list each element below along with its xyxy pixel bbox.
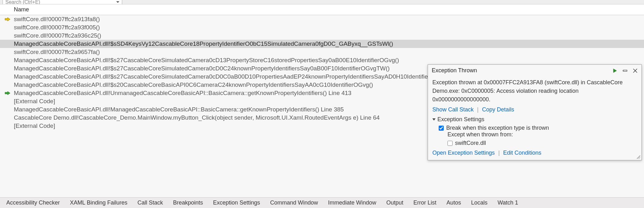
tab-xaml-binding-failures[interactable]: XAML Binding Failures [65, 198, 132, 207]
module-checkbox[interactable] [447, 141, 453, 146]
separator: | [475, 106, 481, 113]
svg-marker-1 [5, 92, 10, 95]
tab-autos[interactable]: Autos [442, 198, 466, 207]
frame-text: [External Code] [14, 122, 55, 129]
popup-message: Exception thrown at 0x00007FFC2A913FA8 (… [428, 76, 641, 105]
open-exception-settings-link[interactable]: Open Exception Settings [432, 150, 495, 156]
stack-frame[interactable]: ManagedCascableCoreBasicAPI.dll!$sSD4Key… [0, 40, 644, 48]
module-label: swiftCore.dll [455, 140, 486, 146]
stack-frame[interactable]: ManagedCascableCoreBasicAPI.dll!$s27Casc… [0, 56, 644, 64]
column-header-name[interactable]: Name [0, 4, 644, 15]
popup-links: Show Call Stack | Copy Details [428, 106, 641, 114]
toolbar: Search (Ctrl+E) [0, 0, 644, 4]
tab-locals[interactable]: Locals [466, 198, 493, 207]
frame-text: ManagedCascableCoreBasicAPI.dll!$s27Casc… [14, 65, 390, 72]
copy-details-link[interactable]: Copy Details [482, 106, 514, 113]
active-frame-arrow-icon [4, 91, 11, 95]
stack-frame[interactable]: swiftCore.dll!00007ffc2a9657fa() [0, 48, 644, 56]
frame-text: swiftCore.dll!00007ffc2a9657fa() [14, 49, 100, 56]
frame-text: ManagedCascableCoreBasicAPI.dll!$s27Casc… [14, 73, 459, 80]
frame-text: [External Code] [14, 98, 55, 105]
exception-settings-section: Exception Settings Break when this excep… [428, 114, 641, 160]
chevron-down-icon[interactable] [116, 1, 119, 3]
current-frame-arrow-icon [4, 17, 11, 21]
tab-command-window[interactable]: Command Window [265, 198, 323, 207]
popup-titlebar: Exception Thrown [428, 65, 641, 76]
search-input[interactable]: Search (Ctrl+E) [3, 0, 122, 4]
stack-frame[interactable]: swiftCore.dll!00007ffc2a913fa8() [0, 15, 644, 23]
frame-text: CascableCore Demo.dll!CascableCore_Demo.… [14, 114, 380, 121]
tab-breakpoints[interactable]: Breakpoints [168, 198, 208, 207]
tab-watch-1[interactable]: Watch 1 [493, 198, 523, 207]
tab-exception-settings[interactable]: Exception Settings [208, 198, 265, 207]
popup-title-text: Exception Thrown [432, 67, 477, 74]
exception-popup: Exception Thrown Exception thrown at 0x0… [428, 64, 642, 160]
frame-text: swiftCore.dll!00007ffc2a913fa8() [14, 16, 100, 23]
frame-text: swiftCore.dll!00007ffc2a93f005() [14, 24, 100, 31]
tab-error-list[interactable]: Error List [408, 198, 442, 207]
edit-conditions-link[interactable]: Edit Conditions [503, 150, 541, 156]
frame-text: ManagedCascableCoreBasicAPI.dll!$s20Casc… [14, 81, 373, 88]
break-checkbox[interactable] [439, 126, 444, 131]
pin-icon[interactable] [622, 68, 628, 74]
resize-grip[interactable] [636, 154, 640, 159]
show-callstack-link[interactable]: Show Call Stack [432, 106, 474, 113]
tab-call-stack[interactable]: Call Stack [132, 198, 168, 207]
triangle-down-icon [432, 118, 436, 121]
svg-rect-3 [623, 70, 627, 71]
break-label: Break when this exception type is thrown [446, 125, 549, 131]
tab-accessibility-checker[interactable]: Accessibility Checker [1, 198, 65, 207]
stack-frame[interactable]: swiftCore.dll!00007ffc2a936c25() [0, 32, 644, 40]
stack-frame[interactable]: swiftCore.dll!00007ffc2a93f005() [0, 23, 644, 32]
tab-output[interactable]: Output [381, 198, 408, 207]
close-icon[interactable] [632, 68, 638, 74]
frame-text: ManagedCascableCoreBasicAPI.dll!$sSD4Key… [14, 40, 393, 47]
continue-icon[interactable] [612, 68, 618, 74]
exception-settings-toggle[interactable]: Exception Settings [432, 116, 637, 123]
frame-text: swiftCore.dll!00007ffc2a936c25() [14, 32, 101, 39]
tab-immediate-window[interactable]: Immediate Window [323, 198, 381, 207]
frame-text: ManagedCascableCoreBasicAPI.dll!ManagedC… [14, 106, 344, 113]
except-label: Except when thrown from: [432, 131, 637, 138]
svg-marker-0 [5, 18, 10, 21]
svg-marker-2 [613, 68, 617, 73]
search-placeholder: Search (Ctrl+E) [5, 0, 40, 4]
separator: | [496, 150, 502, 156]
frame-text: ManagedCascableCoreBasicAPI.dll!Unmanage… [14, 90, 351, 97]
exception-settings-label: Exception Settings [437, 116, 484, 123]
frame-text: ManagedCascableCoreBasicAPI.dll!$s27Casc… [14, 57, 399, 64]
bottom-tabs: Accessibility CheckerXAML Binding Failur… [0, 197, 644, 208]
